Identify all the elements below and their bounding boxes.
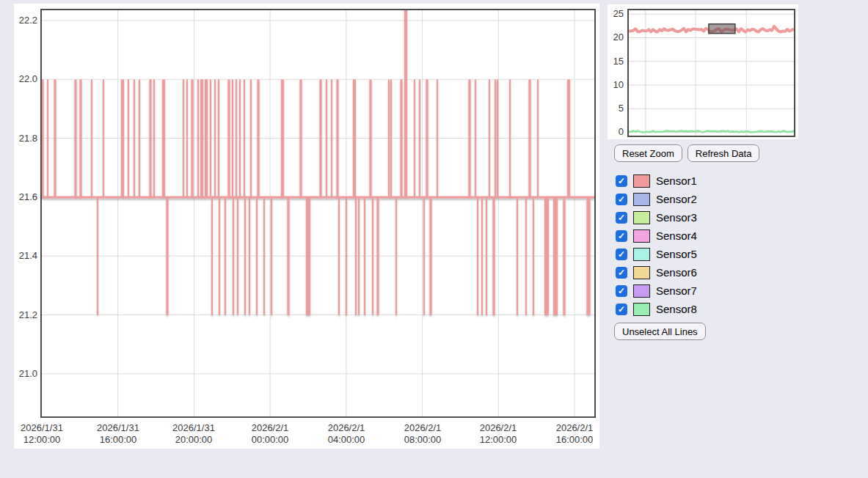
main-y-tick-2: 21.8 (14, 133, 37, 144)
main-chart-plot[interactable] (40, 9, 596, 418)
main-chart-gridlines (42, 10, 594, 416)
sensor6-label: Sensor6 (656, 266, 697, 279)
main-y-tick-1: 22.0 (14, 73, 37, 84)
sensor7-checkbox[interactable]: ✓ (616, 285, 627, 297)
overview-y-tick-0: 25 (602, 8, 624, 19)
overview-y-tick-1: 20 (602, 32, 624, 43)
main-x-tick-7: 2026/2/116:00:00 (544, 422, 605, 446)
zoom-brush[interactable] (709, 24, 735, 34)
sensor2-label: Sensor2 (656, 193, 697, 205)
chart-controls: Reset Zoom Refresh Data (614, 144, 759, 162)
main-y-tick-0: 22.2 (14, 15, 37, 26)
sensor1-color-swatch (633, 174, 650, 188)
main-x-tick-2: 2026/1/3120:00:00 (163, 422, 225, 446)
legend-row-sensor2: ✓Sensor2 (616, 190, 697, 208)
sensor4-label: Sensor4 (656, 229, 697, 242)
sensor7-label: Sensor7 (656, 284, 697, 297)
main-y-tick-4: 21.4 (14, 250, 37, 261)
overview-y-tick-5: 0 (602, 126, 624, 137)
overview-chart-panel: 2520151050 (608, 4, 798, 139)
sensor6-color-swatch (633, 266, 650, 279)
main-chart-panel: 22.222.021.821.621.421.221.0 2026/1/3112… (14, 4, 599, 449)
legend-row-sensor5: ✓Sensor5 (616, 245, 697, 263)
legend-row-sensor6: ✓Sensor6 (616, 263, 697, 282)
sensor1-checkbox[interactable]: ✓ (616, 175, 627, 187)
main-x-tick-0: 2026/1/3112:00:00 (11, 422, 73, 446)
sensor8-color-swatch (633, 303, 650, 316)
main-chart-canvas (42, 10, 594, 416)
sensor2-color-swatch (633, 193, 650, 206)
sensor5-label: Sensor5 (656, 248, 697, 260)
sensor-legend: ✓Sensor1✓Sensor2✓Sensor3✓Sensor4✓Sensor5… (616, 172, 697, 318)
overview-y-tick-4: 5 (602, 103, 624, 114)
main-x-tick-5: 2026/2/108:00:00 (392, 422, 453, 446)
unselect-all-lines-button[interactable]: Unselect All Lines (614, 323, 706, 340)
sensor8-checkbox[interactable]: ✓ (616, 304, 627, 315)
legend-row-sensor8: ✓Sensor8 (616, 300, 697, 318)
main-x-tick-1: 2026/1/3116:00:00 (87, 422, 149, 446)
legend-row-sensor1: ✓Sensor1 (616, 172, 697, 190)
sensor3-checkbox[interactable]: ✓ (616, 212, 627, 224)
main-y-tick-3: 21.6 (14, 191, 37, 202)
overview-y-tick-2: 15 (602, 56, 624, 67)
sensor2-checkbox[interactable]: ✓ (616, 194, 627, 205)
sensor8-label: Sensor8 (656, 303, 697, 315)
main-x-tick-6: 2026/2/112:00:00 (467, 422, 529, 446)
reset-zoom-button[interactable]: Reset Zoom (614, 144, 682, 162)
legend-row-sensor4: ✓Sensor4 (616, 227, 697, 245)
main-y-tick-6: 21.0 (14, 368, 37, 379)
legend-row-sensor7: ✓Sensor7 (616, 282, 697, 300)
sensor6-checkbox[interactable]: ✓ (616, 267, 627, 279)
sensor7-color-swatch (633, 284, 650, 298)
sensor3-color-swatch (633, 211, 650, 224)
sensor5-color-swatch (633, 248, 650, 261)
sensor4-checkbox[interactable]: ✓ (616, 230, 627, 242)
overview-y-tick-3: 10 (602, 79, 624, 90)
main-y-tick-5: 21.2 (14, 309, 37, 320)
sensor-dashboard: 22.222.021.821.621.421.221.0 2026/1/3112… (0, 0, 868, 478)
refresh-data-button[interactable]: Refresh Data (688, 144, 760, 162)
sensor4-color-swatch (633, 229, 650, 243)
main-x-tick-4: 2026/2/104:00:00 (316, 422, 377, 446)
main-x-tick-3: 2026/2/100:00:00 (239, 422, 301, 446)
overview-chart-plot[interactable] (627, 9, 795, 137)
sensor3-label: Sensor3 (656, 211, 697, 224)
sensor5-checkbox[interactable]: ✓ (616, 249, 627, 260)
sensor1-series-line (42, 10, 594, 315)
sensor1-label: Sensor1 (656, 174, 697, 187)
overview-sensor8-line (629, 130, 794, 132)
overview-chart-canvas (629, 10, 794, 136)
legend-row-sensor3: ✓Sensor3 (616, 208, 697, 227)
